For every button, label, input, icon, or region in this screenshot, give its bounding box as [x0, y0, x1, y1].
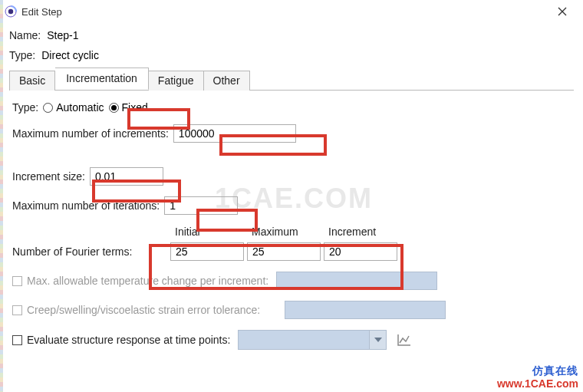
increment-size-label: Increment size:	[12, 170, 85, 183]
edit-step-dialog: Edit Step Name: Step-1 Type: Direct cycl…	[0, 0, 583, 392]
max-iterations-row: Maximum number of iterations:	[12, 196, 571, 215]
name-label: Name:	[9, 29, 41, 41]
close-icon	[558, 7, 567, 16]
name-row: Name: Step-1	[9, 29, 574, 41]
fourier-row: Number of Fourier terms:	[12, 242, 571, 261]
type-label: Type:	[9, 49, 35, 61]
tab-other[interactable]: Other	[204, 71, 250, 91]
creep-checkbox[interactable]	[12, 305, 22, 315]
titlebar: Edit Step	[0, 0, 583, 23]
max-iterations-input[interactable]	[164, 196, 238, 215]
eval-row: Evaluate structure response at time poin…	[12, 330, 571, 350]
max-increments-label: Maximum number of increments:	[12, 127, 169, 140]
svg-point-1	[8, 9, 13, 14]
fourier-initial-input[interactable]	[170, 242, 244, 261]
dialog-body: Name: Step-1 Type: Direct cyclic Basic I…	[0, 23, 583, 370]
max-increments-input[interactable]	[173, 124, 296, 143]
max-temp-checkbox[interactable]	[12, 276, 22, 286]
radio-fixed[interactable]	[109, 103, 119, 113]
type-row: Type: Direct cyclic	[9, 49, 574, 61]
eval-checkbox[interactable]	[12, 335, 22, 345]
inc-type-label: Type:	[12, 101, 38, 114]
max-temp-label: Max. allowable temperature change per in…	[27, 275, 268, 287]
fourier-label: Number of Fourier terms:	[12, 245, 166, 258]
timepoints-chart-icon[interactable]	[394, 331, 414, 349]
name-value: Step-1	[47, 29, 78, 41]
max-iterations-label: Maximum number of iterations:	[12, 199, 160, 212]
max-temp-input	[276, 272, 437, 290]
fourier-maximum-input[interactable]	[247, 242, 321, 261]
fourier-increment-input[interactable]	[324, 242, 397, 261]
footer-brand-url: www.1CAE.com	[497, 377, 578, 390]
close-button[interactable]	[546, 1, 578, 22]
tab-incrementation[interactable]: Incrementation	[55, 68, 149, 90]
chevron-down-icon	[369, 331, 386, 349]
col-header-maximum: Maximum	[252, 226, 328, 238]
increment-size-input[interactable]	[90, 167, 163, 186]
tab-fatigue[interactable]: Fatigue	[149, 71, 204, 91]
eval-timepoints-dropdown[interactable]	[238, 330, 387, 350]
max-increments-row: Maximum number of increments:	[12, 124, 571, 143]
increment-size-row: Increment size:	[12, 167, 571, 186]
tab-content-incrementation: Type: Automatic Fixed Maximum number of …	[9, 91, 574, 364]
radio-automatic-label: Automatic	[56, 101, 104, 114]
radio-automatic[interactable]	[43, 103, 53, 113]
window-title: Edit Step	[21, 6, 62, 18]
max-temp-row: Max. allowable temperature change per in…	[12, 272, 571, 290]
app-icon	[5, 5, 17, 18]
inc-type-row: Type: Automatic Fixed	[12, 101, 571, 114]
creep-label: Creep/swelling/viscoelastic strain error…	[27, 304, 260, 316]
eval-label: Evaluate structure response at time poin…	[27, 334, 230, 346]
col-header-increment: Increment	[328, 226, 405, 238]
radio-fixed-label: Fixed	[122, 101, 148, 114]
col-header-initial: Initial	[175, 226, 252, 238]
tab-strip: Basic Incrementation Fatigue Other	[9, 69, 574, 91]
creep-input	[285, 301, 446, 319]
type-value: Direct cyclic	[41, 49, 99, 61]
tab-basic[interactable]: Basic	[9, 71, 55, 91]
fourier-col-headers: Initial Maximum Increment	[175, 226, 571, 238]
creep-row: Creep/swelling/viscoelastic strain error…	[12, 301, 571, 319]
